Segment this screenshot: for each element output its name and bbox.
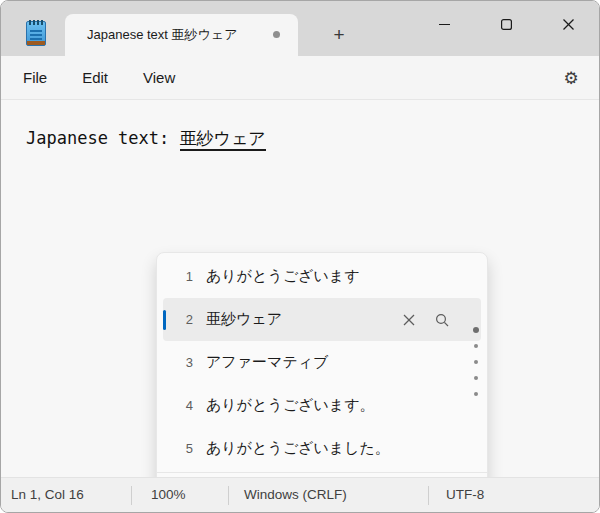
candidate-number: 1 <box>171 269 193 284</box>
menu-file[interactable]: File <box>10 63 60 92</box>
candidate-text: ありがとうございます。 <box>206 396 375 415</box>
notebook-rings-icon <box>29 20 43 25</box>
notepad-app-icon <box>26 21 46 46</box>
ime-candidate-list: 1 ありがとうございます 2 亜紗ウェア 3 アファーマティブ <box>157 255 487 470</box>
ime-composition-text: 亜紗ウェア <box>180 128 266 151</box>
text-editor-area[interactable]: Japanese text: 亜紗ウェア 1 ありがとうございます 2 亜紗ウェ… <box>1 101 599 477</box>
status-divider <box>131 486 132 505</box>
document-tab[interactable]: Japanese text 亜紗ウェア <box>65 14 298 56</box>
minimize-icon <box>439 19 450 30</box>
line-ending-status: Windows (CRLF) <box>244 487 347 502</box>
tab-title: Japanese text 亜紗ウェア <box>87 26 237 44</box>
maximize-button[interactable] <box>475 1 537 47</box>
candidate-row-2-selected[interactable]: 2 亜紗ウェア <box>163 298 481 341</box>
candidate-number: 3 <box>171 355 193 370</box>
candidate-number: 5 <box>171 441 193 456</box>
menu-bar: File Edit View ⚙ <box>1 56 599 100</box>
document-text-line: Japanese text: 亜紗ウェア <box>26 127 266 150</box>
minimize-button[interactable] <box>413 1 475 47</box>
new-tab-button[interactable]: + <box>326 22 352 48</box>
candidate-text: ありがとうございます <box>206 267 360 286</box>
search-candidate-icon[interactable] <box>435 313 449 327</box>
candidate-row-4[interactable]: 4 ありがとうございます。 <box>163 384 481 427</box>
status-bar: Ln 1, Col 16 100% Windows (CRLF) UTF-8 <box>1 477 599 512</box>
window-controls <box>413 1 599 47</box>
status-divider <box>428 486 429 505</box>
encoding-status: UTF-8 <box>446 487 484 502</box>
candidate-number: 2 <box>171 312 193 327</box>
close-icon <box>563 19 574 30</box>
status-divider <box>228 486 229 505</box>
candidate-text: 亜紗ウェア <box>206 310 282 329</box>
menu-edit[interactable]: Edit <box>69 63 121 92</box>
settings-gear-icon[interactable]: ⚙ <box>558 65 584 91</box>
maximize-icon <box>501 19 512 30</box>
selection-accent-pill <box>163 310 166 330</box>
close-button[interactable] <box>537 1 599 47</box>
candidate-row-1[interactable]: 1 ありがとうございます <box>163 255 481 298</box>
candidate-number: 4 <box>171 398 193 413</box>
ime-candidate-window: 1 ありがとうございます 2 亜紗ウェア 3 アファーマティブ <box>156 252 488 508</box>
title-bar: Japanese text 亜紗ウェア + <box>1 1 599 56</box>
unsaved-indicator-dot <box>273 31 280 38</box>
zoom-level-status: 100% <box>151 487 186 502</box>
remove-candidate-icon[interactable] <box>403 314 415 326</box>
menu-view[interactable]: View <box>130 63 188 92</box>
cursor-position-status: Ln 1, Col 16 <box>11 487 84 502</box>
typed-text: Japanese text: <box>26 128 180 148</box>
candidate-row-5[interactable]: 5 ありがとうございました。 <box>163 427 481 470</box>
candidate-row-3[interactable]: 3 アファーマティブ <box>163 341 481 384</box>
candidate-text: ありがとうございました。 <box>206 439 390 458</box>
notepad-window: Japanese text 亜紗ウェア + File Edit View ⚙ J… <box>0 0 600 513</box>
candidate-text: アファーマティブ <box>206 353 328 372</box>
